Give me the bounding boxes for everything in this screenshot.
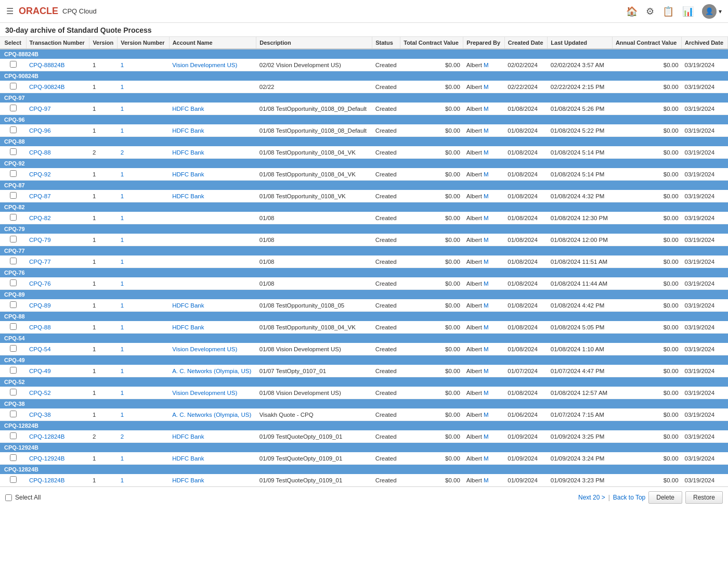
- prepared-by-link[interactable]: M: [484, 62, 489, 68]
- home-icon[interactable]: 🏠: [626, 6, 638, 17]
- row-checkbox[interactable]: [10, 214, 17, 221]
- docs-icon[interactable]: 📋: [662, 6, 674, 17]
- prepared-by-link[interactable]: M: [484, 84, 489, 90]
- row-checkbox[interactable]: [10, 411, 17, 417]
- account-link[interactable]: HDFC Bank: [172, 127, 204, 134]
- version-number-link[interactable]: 1: [121, 171, 124, 177]
- delete-button[interactable]: Delete: [648, 491, 682, 504]
- account-link[interactable]: Vision Development US): [172, 62, 237, 68]
- prepared-by-link[interactable]: M: [484, 477, 489, 483]
- transaction-link[interactable]: CPQ-12924B: [29, 455, 64, 462]
- prepared-by-link[interactable]: M: [484, 368, 489, 374]
- transaction-link[interactable]: CPQ-88: [29, 149, 51, 156]
- transaction-link[interactable]: CPQ-12824B: [29, 477, 64, 483]
- select-all-checkbox[interactable]: [5, 494, 12, 501]
- transaction-link[interactable]: CPQ-82: [29, 215, 51, 221]
- account-link[interactable]: HDFC Bank: [172, 455, 204, 462]
- account-link[interactable]: HDFC Bank: [172, 171, 204, 177]
- hamburger-menu[interactable]: ☰: [6, 6, 14, 16]
- prepared-by-link[interactable]: M: [484, 455, 489, 462]
- row-checkbox[interactable]: [10, 367, 17, 374]
- transaction-link[interactable]: CPQ-97: [29, 106, 51, 112]
- back-to-top-link[interactable]: Back to Top: [613, 494, 645, 501]
- version-number-link[interactable]: 1: [121, 106, 124, 112]
- version-number-link[interactable]: 1: [121, 455, 124, 462]
- prepared-by-link[interactable]: M: [484, 390, 489, 396]
- transaction-link[interactable]: CPQ-12824B: [29, 433, 64, 440]
- prepared-by-link[interactable]: M: [484, 193, 489, 199]
- version-number-link[interactable]: 2: [121, 149, 124, 156]
- prepared-by-link[interactable]: M: [484, 412, 489, 418]
- version-number-link[interactable]: 1: [121, 412, 124, 418]
- user-menu[interactable]: 👤 ▾: [702, 4, 722, 19]
- account-link[interactable]: HDFC Bank: [172, 302, 204, 309]
- version-number-link[interactable]: 1: [121, 193, 124, 199]
- account-link[interactable]: Vision Development US): [172, 346, 237, 352]
- prepared-by-link[interactable]: M: [484, 127, 489, 134]
- transaction-link[interactable]: CPQ-92: [29, 171, 51, 177]
- transaction-link[interactable]: CPQ-96: [29, 127, 51, 134]
- transaction-link[interactable]: CPQ-76: [29, 280, 51, 287]
- chart-icon[interactable]: 📊: [682, 6, 694, 17]
- prepared-by-link[interactable]: M: [484, 433, 489, 440]
- prepared-by-link[interactable]: M: [484, 259, 489, 265]
- version-number-link[interactable]: 1: [121, 477, 124, 483]
- transaction-link[interactable]: CPQ-49: [29, 368, 51, 374]
- transaction-link[interactable]: CPQ-79: [29, 237, 51, 243]
- row-checkbox[interactable]: [10, 83, 17, 90]
- row-checkbox[interactable]: [10, 148, 17, 155]
- account-link[interactable]: HDFC Bank: [172, 193, 204, 199]
- account-link[interactable]: HDFC Bank: [172, 106, 204, 112]
- restore-button[interactable]: Restore: [685, 491, 723, 504]
- row-checkbox[interactable]: [10, 301, 17, 308]
- prepared-by-link[interactable]: M: [484, 302, 489, 309]
- row-checkbox[interactable]: [10, 389, 17, 395]
- row-checkbox[interactable]: [10, 192, 17, 199]
- version-number-link[interactable]: 1: [121, 127, 124, 134]
- account-link[interactable]: HDFC Bank: [172, 149, 204, 156]
- account-link[interactable]: HDFC Bank: [172, 324, 204, 330]
- transaction-link[interactable]: CPQ-88824B: [29, 62, 64, 68]
- account-link[interactable]: HDFC Bank: [172, 477, 204, 483]
- row-checkbox[interactable]: [10, 126, 17, 133]
- version-number-link[interactable]: 1: [121, 84, 124, 90]
- transaction-link[interactable]: CPQ-54: [29, 346, 51, 352]
- row-checkbox[interactable]: [10, 454, 17, 461]
- version-number-link[interactable]: 1: [121, 237, 124, 243]
- version-number-link[interactable]: 1: [121, 215, 124, 221]
- prepared-by-link[interactable]: M: [484, 171, 489, 177]
- transaction-link[interactable]: CPQ-52: [29, 390, 51, 396]
- account-link[interactable]: A. C. Networks (Olympia, US): [172, 412, 251, 418]
- select-all-label[interactable]: Select All: [15, 494, 41, 501]
- row-checkbox[interactable]: [10, 105, 17, 111]
- prepared-by-link[interactable]: M: [484, 280, 489, 287]
- transaction-link[interactable]: CPQ-87: [29, 193, 51, 199]
- version-number-link[interactable]: 1: [121, 368, 124, 374]
- transaction-link[interactable]: CPQ-38: [29, 412, 51, 418]
- next-20-link[interactable]: Next 20 >: [578, 494, 605, 501]
- version-number-link[interactable]: 1: [121, 346, 124, 352]
- prepared-by-link[interactable]: M: [484, 346, 489, 352]
- transaction-link[interactable]: CPQ-89: [29, 302, 51, 309]
- version-number-link[interactable]: 1: [121, 280, 124, 287]
- row-checkbox[interactable]: [10, 345, 17, 352]
- transaction-link[interactable]: CPQ-90824B: [29, 84, 64, 90]
- prepared-by-link[interactable]: M: [484, 106, 489, 112]
- row-checkbox[interactable]: [10, 279, 17, 286]
- row-checkbox[interactable]: [10, 258, 17, 264]
- version-number-link[interactable]: 1: [121, 302, 124, 309]
- account-link[interactable]: HDFC Bank: [172, 433, 204, 440]
- settings-icon[interactable]: ⚙: [646, 6, 654, 17]
- row-checkbox[interactable]: [10, 61, 17, 68]
- row-checkbox[interactable]: [10, 170, 17, 177]
- row-checkbox[interactable]: [10, 323, 17, 330]
- account-link[interactable]: A. C. Networks (Olympia, US): [172, 368, 251, 374]
- prepared-by-link[interactable]: M: [484, 237, 489, 243]
- transaction-link[interactable]: CPQ-77: [29, 259, 51, 265]
- version-number-link[interactable]: 1: [121, 259, 124, 265]
- prepared-by-link[interactable]: M: [484, 215, 489, 221]
- row-checkbox[interactable]: [10, 476, 17, 483]
- prepared-by-link[interactable]: M: [484, 324, 489, 330]
- account-link[interactable]: Vision Development US): [172, 390, 237, 396]
- row-checkbox[interactable]: [10, 236, 17, 242]
